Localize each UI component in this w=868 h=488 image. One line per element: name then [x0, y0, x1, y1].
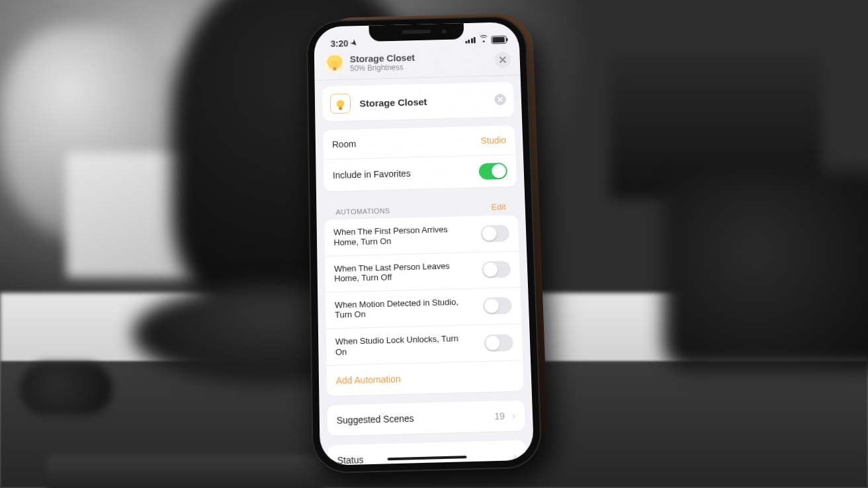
phone-notch: [369, 23, 464, 42]
chevron-right-icon: ›: [512, 411, 515, 421]
automation-toggle[interactable]: [484, 334, 513, 352]
earbuds-blob: [20, 362, 112, 415]
name-card: [322, 82, 514, 122]
close-button[interactable]: [494, 52, 511, 68]
room-value: Studio: [480, 136, 506, 146]
lightbulb-icon: [326, 56, 343, 73]
automations-card: When The First Person Arrives Home, Turn…: [324, 216, 524, 397]
room-label: Room: [332, 139, 356, 149]
location-icon: ➤: [349, 38, 359, 48]
suggested-scenes-card: Suggested Scenes 19 ›: [327, 400, 525, 436]
clear-name-button[interactable]: [494, 94, 506, 105]
close-icon: [498, 97, 503, 102]
automation-label: When Motion Detected in Studio, Turn On: [335, 297, 465, 321]
favorites-row: Include in Favorites: [324, 155, 517, 192]
phone-screen: 3:20 ➤ Storage Closet: [314, 22, 534, 466]
camera-blob: [663, 172, 868, 370]
accessory-name-input[interactable]: [358, 95, 487, 110]
home-app-accessory-settings: Storage Closet 50% Brightness: [314, 22, 534, 466]
room-row[interactable]: Room Studio: [323, 126, 515, 159]
add-automation-label: Add Automation: [336, 374, 401, 386]
battery-icon: [491, 35, 506, 44]
status-time: 3:20: [331, 38, 349, 49]
automation-label: When Studio Lock Unlocks, Turn On: [335, 333, 466, 357]
close-icon: [499, 57, 506, 63]
suggested-scenes-count: 19: [494, 411, 505, 421]
suggested-scenes-label: Suggested Scenes: [337, 413, 414, 426]
cellular-icon: [465, 37, 476, 44]
suggested-scenes-row[interactable]: Suggested Scenes 19 ›: [327, 400, 525, 436]
automation-toggle[interactable]: [482, 261, 511, 278]
automation-row: When The Last Person Leaves Home, Turn O…: [325, 251, 520, 292]
automation-row: When The First Person Arrives Home, Turn…: [324, 216, 519, 256]
automation-label: When The Last Person Leaves Home, Turn O…: [334, 261, 464, 284]
automation-toggle[interactable]: [483, 297, 512, 315]
room-favorites-card: Room Studio Include in Favorites: [323, 126, 517, 192]
add-automation-row[interactable]: Add Automation: [327, 360, 524, 397]
automation-row: When Motion Detected in Studio, Turn On: [326, 287, 521, 329]
automation-toggle[interactable]: [480, 225, 509, 242]
automation-row: When Studio Lock Unlocks, Turn On: [326, 323, 523, 365]
settings-scroll[interactable]: Room Studio Include in Favorites Automat: [315, 75, 535, 466]
wifi-icon: [478, 36, 488, 44]
lightbulb-icon: [330, 94, 351, 114]
automations-title: Automations: [336, 207, 390, 216]
favorites-label: Include in Favorites: [333, 169, 411, 181]
favorites-toggle[interactable]: [479, 163, 507, 180]
automations-edit-button[interactable]: Edit: [492, 202, 506, 212]
status-label: Status: [337, 454, 364, 466]
automation-label: When The First Person Arrives Home, Turn…: [333, 224, 463, 247]
keyboard-blob: [46, 455, 324, 488]
phone: 3:20 ➤ Storage Closet: [312, 4, 557, 480]
